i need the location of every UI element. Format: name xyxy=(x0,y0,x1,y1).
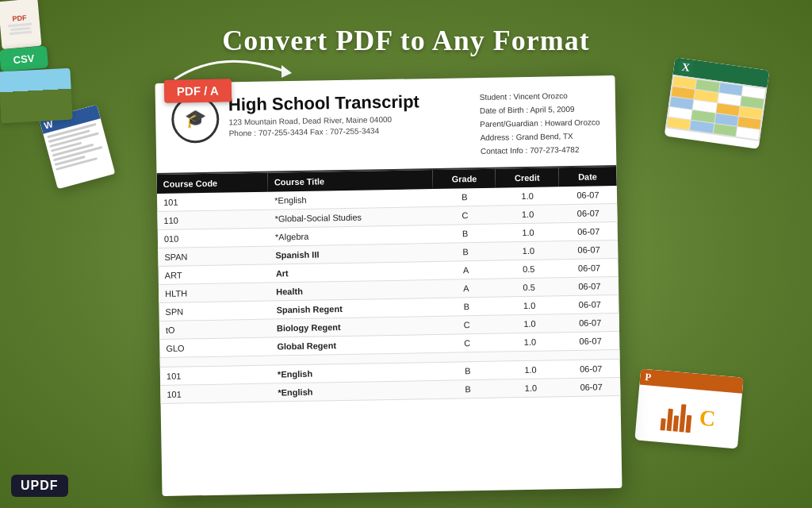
transcript-title: High School Transcript xyxy=(228,90,470,115)
table-cell: 06-07 xyxy=(561,276,619,295)
table-cell: 1.0 xyxy=(496,187,559,206)
table-cell: 06-07 xyxy=(561,313,619,332)
pdf-tag-decoration: PDF xyxy=(0,0,42,49)
table-cell: 1.0 xyxy=(498,296,561,315)
table-cell: 06-07 xyxy=(559,203,618,222)
table-cell: B xyxy=(436,361,500,380)
updf-logo: UPDF xyxy=(11,475,68,497)
table-cell: C xyxy=(435,315,499,334)
pdf-a-badge: PDF / A xyxy=(164,79,232,102)
table-cell: A xyxy=(435,260,498,279)
table-cell: HLTH xyxy=(159,283,270,302)
school-phone: Phone : 707-255-3434 Fax : 707-255-3434 xyxy=(229,125,471,137)
student-contact: Contact Info : 707-273-4782 xyxy=(481,142,600,158)
table-cell: 110 xyxy=(157,210,268,229)
ppt-doc-decoration: P C xyxy=(634,369,743,449)
table-cell: 101 xyxy=(157,192,268,212)
transcript-document: 🎓 High School Transcript 123 Mountain Ro… xyxy=(155,75,622,496)
landscape-decoration xyxy=(0,68,73,124)
transcript-table: Course Code Course Title Grade Credit Da… xyxy=(157,167,621,404)
table-cell: *English xyxy=(271,380,436,402)
table-cell: 06-07 xyxy=(560,258,619,277)
csv-badge-decoration: CSV xyxy=(0,45,48,71)
table-cell: C xyxy=(435,333,499,352)
table-cell: A xyxy=(435,279,498,298)
col-header-course-title: Course Title xyxy=(268,170,433,192)
excel-doc-decoration: X xyxy=(665,57,770,149)
table-cell: 1.0 xyxy=(498,314,561,333)
table-cell: 1.0 xyxy=(499,360,562,379)
table-cell: B xyxy=(435,297,498,316)
table-cell: 010 xyxy=(158,228,269,248)
table-cell: GLO xyxy=(159,337,270,357)
svg-marker-0 xyxy=(282,65,292,78)
table-cell: 06-07 xyxy=(562,377,621,396)
col-header-course-code: Course Code xyxy=(157,173,269,194)
table-cell: 06-07 xyxy=(560,240,619,259)
col-header-grade: Grade xyxy=(433,169,496,189)
table-cell: 1.0 xyxy=(499,333,562,352)
student-guardian: Parent/Guardian : Howard Orozco xyxy=(480,115,599,131)
table-cell: 101 xyxy=(160,383,271,403)
table-cell: 1.0 xyxy=(496,205,560,224)
page-title: Convert PDF to Any Format xyxy=(0,24,812,57)
table-cell: ART xyxy=(159,264,270,284)
table-cell: tO xyxy=(159,319,270,339)
table-cell: SPN xyxy=(159,301,270,321)
table-cell: B xyxy=(434,242,497,261)
table-cell: 101 xyxy=(160,365,271,385)
table-cell: SPAN xyxy=(158,246,269,266)
table-cell: 1.0 xyxy=(496,223,560,242)
table-cell: B xyxy=(436,379,500,398)
table-cell: 06-07 xyxy=(559,186,618,205)
table-cell: 06-07 xyxy=(561,359,620,378)
table-cell: 06-07 xyxy=(559,221,618,241)
table-cell: 1.0 xyxy=(500,379,563,398)
school-info: High School Transcript 123 Mountain Road… xyxy=(228,90,471,137)
col-header-date: Date xyxy=(558,167,617,187)
table-cell: 0.5 xyxy=(497,278,561,297)
table-cell: B xyxy=(434,224,497,243)
student-info: Student : Vincent Orozco Date of Birth :… xyxy=(480,88,601,158)
table-cell: C xyxy=(433,206,496,225)
col-header-credit: Credit xyxy=(496,167,559,187)
table-cell: 0.5 xyxy=(497,260,561,279)
table-cell: 06-07 xyxy=(561,331,620,350)
table-cell: 06-07 xyxy=(561,294,619,314)
table-cell: 1.0 xyxy=(497,241,561,260)
table-cell: B xyxy=(433,188,496,207)
